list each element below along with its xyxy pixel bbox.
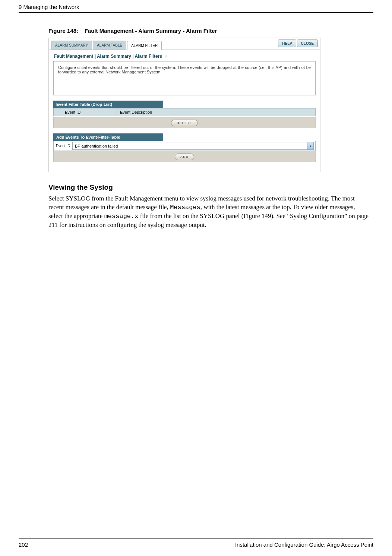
code-messagex: message.x	[104, 213, 139, 220]
event-id-selected: BP authentication failed	[73, 143, 307, 149]
breadcrumb: Fault Management | Alarm Summary | Alarm…	[49, 50, 320, 61]
intro-text: Configure critial events that should be …	[54, 61, 315, 95]
add-events-panel: Event ID BP authentication failed ▾	[53, 141, 316, 151]
chevron-down-icon: ▾	[307, 142, 313, 149]
close-button[interactable]: CLOSE	[297, 40, 318, 47]
tab-alarm-filter[interactable]: ALARM FILTER	[127, 41, 162, 50]
filter-table-header: Event Filter Table (Drop-List)	[53, 101, 163, 108]
figure-number: Figure 148:	[48, 28, 78, 34]
delete-button[interactable]: DELETE	[171, 120, 198, 126]
intro-panel: Configure critial events that should be …	[53, 61, 316, 95]
section-body: Select SYSLOG from the Fault Management …	[48, 195, 370, 230]
tab-alarm-table[interactable]: ALARM TABLE	[93, 41, 126, 50]
filter-table: Event ID Event Description	[53, 108, 316, 116]
help-button[interactable]: HELP	[278, 40, 296, 47]
delete-bar: DELETE	[53, 117, 316, 128]
add-bar: ADD	[53, 151, 316, 162]
code-messages: Messages	[170, 204, 200, 211]
add-button[interactable]: ADD	[175, 154, 195, 160]
col-event-description: Event Description	[117, 108, 315, 116]
tab-alarm-summary[interactable]: ALARM SUMMARY	[51, 41, 92, 50]
col-event-id: Event ID	[54, 108, 117, 116]
add-events-header: Add Events To Event-Filter-Table	[53, 133, 163, 141]
screenshot-panel: ALARM SUMMARY ALARM TABLE ALARM FILTER H…	[48, 38, 320, 172]
page-number: 202	[19, 541, 28, 548]
chevron-icon: »	[165, 54, 167, 59]
figure-title: Fault Management - Alarm Summary - Alarm…	[85, 28, 217, 34]
chapter-title: 9 Managing the Network	[19, 4, 79, 10]
tab-bar: ALARM SUMMARY ALARM TABLE ALARM FILTER H…	[49, 38, 320, 50]
breadcrumb-text: Fault Management | Alarm Summary | Alarm…	[54, 54, 162, 59]
event-id-label: Event ID	[55, 144, 72, 148]
section-heading: Viewing the Syslog	[48, 183, 370, 192]
event-id-select[interactable]: BP authentication failed ▾	[72, 142, 314, 150]
footer-title: Installation and Configuration Guide: Ai…	[235, 541, 373, 548]
